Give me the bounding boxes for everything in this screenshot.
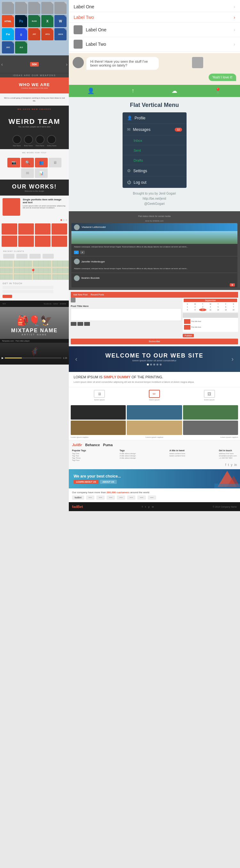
file-icon-html[interactable]: HTML: [2, 15, 14, 27]
link-1-3[interactable]: Tag Three: [72, 457, 86, 459]
sidebar-toggle[interactable]: [71, 298, 76, 303]
file-icon-ps[interactable]: Ps: [15, 15, 27, 27]
menu-item-profile[interactable]: 👤 Profile: [123, 112, 186, 124]
file-icon-xlsx[interactable]: XLSX: [28, 15, 40, 27]
link-2-1[interactable]: A title about design: [120, 453, 136, 455]
list-item-icon-one[interactable]: Label One ›: [69, 23, 240, 37]
list-item-icon-two[interactable]: Label Two ›: [69, 37, 240, 52]
format-btn-2[interactable]: [78, 322, 83, 326]
photo-cell-6[interactable]: [183, 421, 238, 435]
menu-item-logout[interactable]: ⏻ Log out: [123, 177, 186, 188]
menu-item-messages[interactable]: ✉ Messages 32: [123, 124, 186, 135]
comment-button[interactable]: ✗: [80, 251, 85, 254]
format-btn-3[interactable]: [84, 322, 90, 326]
file-icon-x[interactable]: X: [41, 15, 54, 27]
work-icon-5[interactable]: ✉: [21, 168, 34, 178]
link-4-2[interactable]: email@example.com: [219, 455, 237, 457]
mountain-btn-primary[interactable]: LEARN ABOUT US: [73, 480, 98, 484]
publish-button[interactable]: Publish: [183, 334, 194, 337]
tab-icon-profile[interactable]: 👤: [87, 87, 94, 94]
photo-cell-2[interactable]: [127, 405, 182, 420]
file-icon-w[interactable]: W: [54, 15, 66, 27]
work-icon-1[interactable]: 📷: [7, 158, 20, 167]
carousel-dot-3[interactable]: [153, 364, 155, 366]
file-icon-pptx[interactable]: .PPTX: [41, 28, 54, 40]
work-icon-6[interactable]: 📊: [35, 168, 48, 178]
link-2-2[interactable]: A title about design: [120, 455, 136, 457]
link-2-3[interactable]: A title about design: [120, 457, 136, 459]
social-icon-in[interactable]: in: [234, 463, 237, 467]
like-button[interactable]: ✓: [74, 251, 79, 254]
tags-input[interactable]: [183, 313, 238, 318]
hero-prev-arrow[interactable]: ‹: [75, 355, 78, 363]
tab-icon-share[interactable]: ↑: [131, 87, 134, 94]
name-input[interactable]: [3, 286, 54, 289]
email-input[interactable]: [3, 290, 54, 293]
delete-button[interactable]: 🗑: [230, 283, 235, 286]
menu-sub-sent[interactable]: Sent: [123, 145, 186, 155]
portfolio-cell-2[interactable]: [18, 223, 34, 235]
link-3-2[interactable]: tweet content here: [170, 455, 185, 457]
tab-icon-location[interactable]: 📍: [214, 87, 221, 94]
link-4-3[interactable]: +1 234 567 890: [219, 457, 237, 459]
carousel-dot-1[interactable]: [147, 364, 149, 366]
submit-btn[interactable]: [3, 295, 12, 298]
work-icon-3[interactable]: 👥: [35, 158, 48, 167]
link-4-1[interactable]: address line here: [219, 453, 237, 455]
file-icon-5[interactable]: [54, 2, 66, 14]
file-icon-doc[interactable]: .DOC: [2, 41, 14, 54]
photo-cell-1[interactable]: [71, 405, 126, 420]
list-item-label-one[interactable]: Label One ›: [69, 2, 240, 12]
menu-sub-drafts[interactable]: Drafts: [123, 155, 186, 165]
social-icon-t[interactable]: t: [228, 463, 229, 467]
social-icon-y[interactable]: y: [231, 463, 232, 467]
tab-icon-upload[interactable]: ☁: [172, 87, 177, 94]
photo-cell-3[interactable]: [183, 405, 238, 420]
footer-link-t[interactable]: t: [145, 506, 146, 508]
portfolio-cell-7[interactable]: [35, 236, 51, 247]
photo-cell-4[interactable]: [71, 421, 126, 435]
menu-item-settings[interactable]: ⚙ Settings: [123, 165, 186, 177]
link-3-1[interactable]: tweet content here: [170, 453, 185, 455]
site-prev-arrow[interactable]: ‹: [1, 62, 3, 67]
subscribe-bar[interactable]: Subscribe: [71, 339, 238, 344]
photo-cell-5[interactable]: [127, 421, 182, 435]
file-icon-css[interactable]: {}: [15, 28, 27, 40]
link-1-2[interactable]: Tag Two: [72, 455, 86, 457]
mountain-btn-secondary[interactable]: ABOUT US: [100, 480, 117, 484]
file-icon-1[interactable]: [2, 2, 14, 14]
work-icon-4[interactable]: 🖥: [49, 158, 61, 167]
hero-next-arrow[interactable]: ›: [231, 355, 234, 363]
portfolio-cell-6[interactable]: [18, 236, 34, 247]
social-icon-f[interactable]: f: [225, 463, 226, 467]
portfolio-cell-5[interactable]: [2, 236, 17, 247]
portfolio-cell-4[interactable]: [52, 223, 67, 235]
menu-sub-inbox[interactable]: Inbox: [123, 135, 186, 145]
carousel-dot-2[interactable]: [150, 364, 152, 366]
carousel-dot-5[interactable]: [160, 364, 161, 366]
link-1-4[interactable]: Tag Four: [72, 459, 86, 461]
footer-link-f[interactable]: f: [142, 506, 143, 508]
blog-textarea[interactable]: [71, 308, 181, 321]
play-button[interactable]: ▶: [2, 356, 3, 360]
list-item-label-two-red[interactable]: Label Two ›: [69, 12, 240, 23]
carousel-dot-4[interactable]: [156, 364, 158, 366]
video-controls[interactable]: ▶ 1:24: [0, 356, 69, 360]
portfolio-cell-1[interactable]: [2, 223, 17, 235]
site-next-arrow[interactable]: ›: [66, 62, 67, 67]
format-btn-1[interactable]: [71, 322, 77, 326]
portfolio-cell-8[interactable]: [52, 236, 67, 247]
file-icon-docx[interactable]: .DOCX: [54, 28, 66, 40]
file-icon-2[interactable]: [15, 2, 27, 14]
file-icon-4[interactable]: [41, 2, 54, 14]
file-icon-ppt[interactable]: .PPT: [28, 28, 40, 40]
progress-bar[interactable]: [5, 358, 61, 359]
portfolio-cell-3[interactable]: [35, 223, 51, 235]
footer-link-y[interactable]: y: [148, 506, 149, 508]
footer-link-in[interactable]: in: [152, 506, 154, 508]
file-icon-xls[interactable]: .XLS: [15, 41, 27, 54]
file-icon-fw[interactable]: Fw: [2, 28, 14, 40]
link-1-1[interactable]: Tag One: [72, 453, 86, 455]
work-icon-2[interactable]: 🔍: [21, 158, 34, 167]
file-icon-3[interactable]: [28, 2, 40, 14]
